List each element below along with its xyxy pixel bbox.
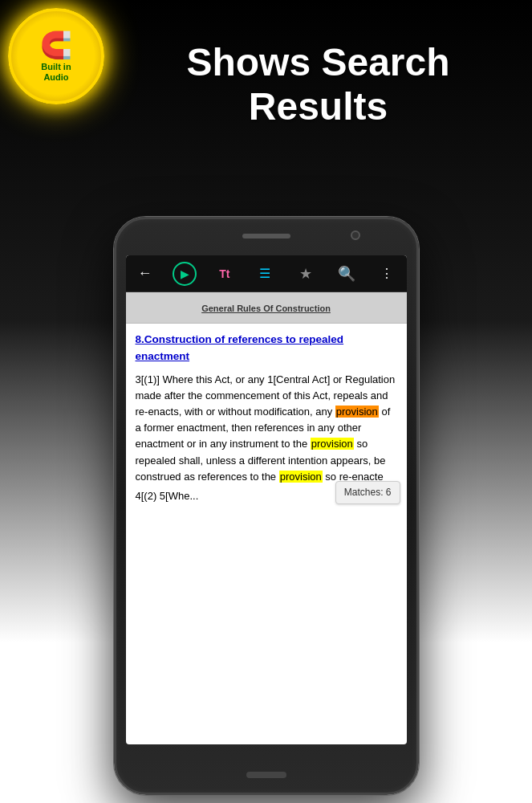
highlight-provision-3: provision (279, 471, 323, 483)
matches-badge: Matches: 6 (335, 481, 400, 504)
phone-container: ← ▶ Tt ☰ ★ 🔍 ⋮ General Rules Of Construc… (114, 217, 419, 795)
audio-badge: 🧲 Built in Audio (8, 8, 104, 104)
main-content: 8.Construction of references to repealed… (126, 324, 407, 509)
phone-screen: ← ▶ Tt ☰ ★ 🔍 ⋮ General Rules Of Construc… (126, 255, 407, 744)
back-button[interactable]: ← (132, 261, 158, 287)
nav-bar: ← ▶ Tt ☰ ★ 🔍 ⋮ (126, 255, 407, 292)
search-button[interactable]: 🔍 (334, 261, 359, 287)
chapter-header: General Rules Of Construction (126, 292, 407, 324)
top-section: 🧲 Built in Audio Shows Search Results (0, 0, 532, 241)
chapter-title: General Rules Of Construction (201, 304, 331, 313)
section-title: 8.Construction of references to repealed… (136, 332, 397, 365)
phone-home-indicator (246, 772, 286, 778)
list-button[interactable]: ☰ (252, 261, 278, 287)
content-area: 8.Construction of references to repealed… (126, 324, 407, 509)
text-size-button[interactable]: Tt (212, 261, 238, 287)
bookmark-button[interactable]: ★ (293, 261, 319, 287)
phone-camera (351, 230, 360, 240)
body-text: 3[(1)] Where this Act, or any 1[Central … (136, 372, 397, 485)
highlight-provision-2: provision (311, 438, 354, 450)
play-button[interactable]: ▶ (173, 262, 197, 286)
magnet-icon: 🧲 (40, 30, 72, 60)
phone-body: ← ▶ Tt ☰ ★ 🔍 ⋮ General Rules Of Construc… (114, 217, 419, 795)
phone-speaker (242, 234, 290, 238)
page-title: Shows Search Results (120, 40, 516, 128)
title-section: Shows Search Results (120, 40, 516, 128)
badge-text: Built in Audio (41, 62, 71, 83)
highlight-provision-1: provision (335, 406, 379, 418)
more-button[interactable]: ⋮ (374, 261, 400, 287)
